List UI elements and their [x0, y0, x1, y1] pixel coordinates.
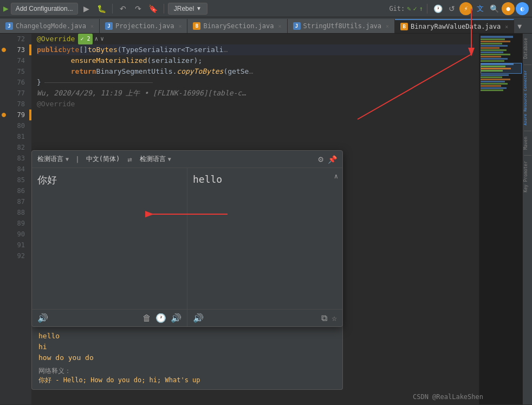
brace-76: } — [37, 77, 41, 88]
swap-icon[interactable]: ⇄ — [124, 155, 135, 164]
bp-area-87 — [0, 196, 8, 207]
tab-close-binaryrawvaluedata[interactable]: × — [505, 24, 508, 30]
pin-icon[interactable]: 📌 — [328, 155, 337, 164]
ln-88: 88 — [8, 207, 29, 218]
notification-icon[interactable]: ⚡ — [459, 2, 472, 15]
code-line-77: Wu, 2020/4/29, 11:19 上午 • [FLINK-16996][… — [37, 88, 473, 99]
ln-77: 77 — [8, 88, 29, 99]
bp-dot-73 — [2, 48, 6, 52]
clock-icon[interactable]: 🕐 — [431, 3, 444, 15]
tab-label-changelogmode: ChangelogMode.java — [16, 22, 86, 30]
popup-footer-left: 🔊 🗑 🕐 🔊 — [32, 309, 187, 326]
speaker-left-icon[interactable]: 🔊 — [37, 313, 48, 323]
dest-lang-selector[interactable]: 检测语言 ▼ — [140, 155, 171, 164]
method-copyToBytes: copyToBytes — [177, 66, 223, 77]
git-pencil-icon: ✎ — [407, 5, 411, 12]
history-icon[interactable]: 🕐 — [155, 313, 166, 323]
separator-3 — [427, 4, 427, 14]
line-numbers: 72 73 74 75 76 77 78 79 80 81 82 83 84 8… — [8, 34, 29, 404]
tab-close-projection[interactable]: × — [178, 23, 181, 29]
git-push-icon: ↑ — [419, 5, 423, 12]
translation-popup: 检测语言 ▼ | 中文(简体) ⇄ 检测语言 ▼ ⚙ 📌 — [31, 150, 343, 327]
tab-projection[interactable]: J Projection.java × — [100, 19, 187, 33]
result-item-hello: hello — [38, 331, 336, 342]
right-panel-database[interactable]: Database — [523, 36, 532, 61]
result-item-hi: hi — [38, 342, 336, 352]
status-icon[interactable]: ◐ — [516, 2, 529, 15]
dest-lang-arrow: ▼ — [168, 156, 171, 162]
arrow-down-72: ∨ — [100, 34, 104, 44]
popup-header: 检测语言 ▼ | 中文(简体) ⇄ 检测语言 ▼ ⚙ 📌 — [32, 151, 342, 168]
debug-button[interactable]: 🐛 — [95, 3, 108, 15]
bp-area-89 — [0, 218, 8, 229]
dot-75: . — [172, 66, 177, 77]
tab-changelogmode[interactable]: J ChangelogMode.java × — [0, 19, 100, 33]
ln-75: 75 — [8, 66, 29, 77]
search-icon[interactable]: 🔍 — [488, 3, 501, 15]
bp-area-92 — [0, 250, 8, 261]
bp-area-79 — [0, 110, 8, 120]
translation-input-panel[interactable]: 你好 — [32, 168, 187, 309]
mini-4 — [481, 43, 502, 44]
mini-14 — [481, 76, 502, 78]
tab-close-binarysection[interactable]: × — [278, 23, 282, 29]
method-ensure: ensureMaterialized — [71, 55, 147, 66]
jrebel-button[interactable]: JRebel ▼ — [168, 3, 207, 15]
tab-stringutf8utils[interactable]: J StringUtf8Utils.java × — [288, 19, 395, 33]
indent-75 — [37, 66, 71, 77]
star-icon[interactable]: ☆ — [332, 313, 337, 323]
right-panel-key-promoter[interactable]: Key Promoter — [523, 159, 532, 195]
check-count: ✓ 2 — [78, 34, 92, 44]
bookmark-icon[interactable]: 🔖 — [147, 3, 160, 15]
mini-15 — [481, 79, 510, 80]
settings-icon[interactable]: ⚙ — [318, 154, 323, 164]
tab-binarysection[interactable]: B BinarySection.java × — [187, 19, 287, 33]
ln-81: 81 — [8, 131, 29, 142]
tab-binaryrawvaluedata[interactable]: B BinaryRawValueData.java × — [395, 19, 514, 33]
ln-89: 89 — [8, 218, 29, 229]
bp-area-78 — [0, 99, 8, 110]
param-seriali: seriali — [194, 44, 224, 55]
delete-icon[interactable]: 🗑 — [142, 313, 151, 323]
speaker-left-2-icon[interactable]: 🔊 — [171, 313, 181, 323]
undo-icon[interactable]: ↶ — [116, 3, 129, 15]
add-configuration-button[interactable]: Add Configuration... — [11, 3, 78, 15]
code-line-82 — [37, 131, 473, 142]
network-meaning: 你好 - Hello; How do you do; hi; What's up — [38, 376, 336, 385]
right-panel-azure[interactable]: Azure Resource Connector — [523, 68, 532, 127]
tab-close-changelogmode[interactable]: × — [90, 23, 94, 29]
tab-label-stringutf8utils: StringUtf8Utils.java — [303, 22, 382, 30]
source-lang-selector[interactable]: 检测语言 ▼ — [37, 155, 69, 164]
collapse-button[interactable]: ∧ — [334, 172, 338, 180]
code-editor[interactable]: @Override ✓ 2 ∧ ∨ public byte [] toBytes… — [31, 34, 479, 404]
redo-icon[interactable]: ↷ — [132, 3, 145, 15]
run-button[interactable]: ▶ — [80, 3, 93, 15]
ln-85: 85 — [8, 175, 29, 185]
mini-12 — [481, 60, 504, 62]
ln-91: 91 — [8, 240, 29, 250]
ln-73: 73 — [8, 44, 29, 55]
translate-icon[interactable]: 文 — [473, 3, 486, 15]
mini-h1 — [481, 63, 514, 65]
green-arrow-icon: ▶ — [3, 3, 9, 14]
right-panel-maven[interactable]: Maven — [523, 134, 532, 152]
right-panel-sep-3 — [524, 155, 531, 156]
tabs-bar: J ChangelogMode.java × J Projection.java… — [0, 17, 532, 34]
ln-86: 86 — [8, 185, 29, 196]
line-decoration — [44, 82, 153, 83]
main-area: 72 73 74 75 76 77 78 79 80 81 82 83 84 8… — [0, 34, 532, 404]
mini-10 — [481, 56, 501, 57]
history-icon[interactable]: ↺ — [445, 3, 458, 15]
popup-footers: 🔊 🗑 🕐 🔊 🔊 ⧉ ☆ — [32, 309, 342, 326]
ln-76: 76 — [8, 77, 29, 88]
user-avatar[interactable]: ● — [502, 2, 515, 15]
code-line-73: public byte [] toBytes ( TypeSerializer … — [37, 44, 473, 55]
tab-close-stringutf8utils[interactable]: × — [386, 23, 389, 29]
copy-icon[interactable]: ⧉ — [321, 313, 327, 323]
tab-icon-binaryrawvaluedata: B — [400, 23, 408, 30]
ln-82: 82 — [8, 142, 29, 153]
mini-3 — [481, 41, 510, 42]
tabs-more-button[interactable]: ▼ — [514, 19, 525, 33]
git-area: Git: ✎ ✓ ↑ — [389, 5, 423, 12]
speaker-right-icon[interactable]: 🔊 — [193, 313, 204, 323]
